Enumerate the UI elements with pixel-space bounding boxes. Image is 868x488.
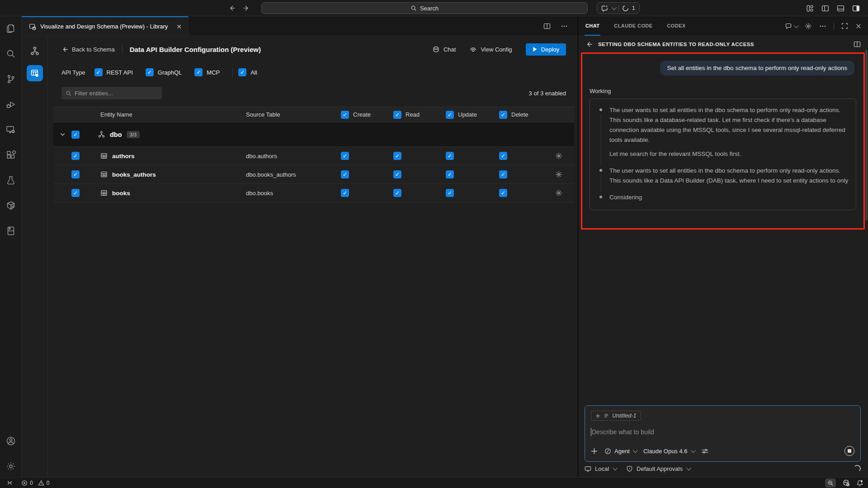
graphql-checkbox[interactable] — [146, 68, 154, 76]
new-chat-icon[interactable] — [785, 23, 797, 30]
update-all-checkbox[interactable] — [446, 111, 454, 119]
rest-api-checkbox[interactable] — [94, 68, 103, 76]
chat-button[interactable]: Chat — [432, 46, 456, 53]
books-authors-read-checkbox[interactable] — [393, 170, 401, 178]
stop-button[interactable] — [844, 446, 854, 456]
environment-picker[interactable]: Local — [585, 465, 616, 472]
deploy-button[interactable]: Deploy — [526, 43, 566, 56]
books-checkbox[interactable] — [71, 189, 80, 197]
authors-create-checkbox[interactable] — [341, 152, 349, 160]
entity-row-books[interactable]: books dbo.books — [53, 184, 574, 202]
books-authors-checkbox[interactable] — [71, 170, 80, 178]
search-sidebar-icon[interactable] — [5, 48, 16, 59]
chat-settings-gear-icon[interactable] — [805, 23, 812, 30]
settings-gear-icon[interactable] — [5, 461, 16, 472]
schema-designer-icon[interactable] — [30, 46, 40, 56]
editor-more-actions-icon[interactable] — [561, 23, 568, 30]
filter-entities-box[interactable] — [61, 87, 162, 99]
books-settings-icon[interactable] — [543, 189, 574, 197]
maximize-panel-icon[interactable] — [841, 23, 848, 29]
mode-picker[interactable]: Agent — [604, 448, 637, 455]
attach-context-icon[interactable] — [591, 448, 598, 455]
approvals-label: Default Approvals — [637, 465, 683, 472]
command-center-search[interactable]: Search — [261, 2, 588, 14]
zoom-status-button[interactable] — [825, 479, 836, 488]
copilot-status-icon[interactable] — [842, 479, 850, 487]
split-editor-icon[interactable] — [543, 23, 551, 30]
create-all-checkbox[interactable] — [341, 111, 349, 119]
view-config-button[interactable]: View Config — [469, 46, 512, 53]
api-option-graphql[interactable]: GraphQL — [146, 68, 182, 76]
toggle-sidebar-right-icon[interactable] — [852, 5, 860, 12]
tab-codex[interactable]: CODEX — [666, 16, 686, 36]
delete-all-checkbox[interactable] — [499, 111, 507, 119]
model-picker[interactable]: Claude Opus 4.6 — [643, 448, 694, 455]
chat-input-placeholder[interactable]: Describe what to build — [592, 428, 654, 436]
api-option-rest[interactable]: REST API — [94, 68, 133, 76]
books-read-checkbox[interactable] — [393, 189, 401, 197]
tab-visualize-design-schema[interactable]: Visualize and Design Schema (Preview) - … — [22, 16, 189, 36]
authors-settings-icon[interactable] — [543, 152, 574, 160]
thinking-text: Let me search for the relevant MSSQL too… — [609, 149, 849, 159]
books-authors-update-checkbox[interactable] — [446, 170, 454, 178]
progress-ring-icon — [622, 5, 629, 12]
entity-name: books — [112, 190, 130, 197]
header-update: Update — [458, 111, 477, 118]
context-chip[interactable]: Untitled-1 — [591, 411, 641, 421]
model-label: Claude Opus 4.6 — [643, 448, 688, 455]
authors-delete-checkbox[interactable] — [499, 152, 507, 160]
toggle-sidebar-left-icon[interactable] — [821, 5, 829, 12]
collapse-chevron-icon[interactable] — [53, 131, 71, 137]
mcp-checkbox[interactable] — [194, 68, 203, 76]
problems-indicator[interactable]: 0 0 — [21, 480, 49, 486]
toggle-panel-bottom-icon[interactable] — [837, 5, 844, 12]
api-option-all[interactable]: All — [238, 68, 257, 76]
nav-back-icon[interactable] — [228, 5, 236, 12]
run-debug-icon[interactable] — [5, 99, 16, 110]
chat-input-box[interactable]: Untitled-1 Describe what to build Agent … — [585, 405, 861, 462]
nav-forward-icon[interactable] — [243, 5, 250, 12]
source-control-icon[interactable] — [5, 74, 16, 84]
remote-explorer-icon[interactable] — [5, 124, 16, 135]
open-chat-in-editor-icon[interactable] — [854, 41, 861, 48]
api-option-mcp[interactable]: MCP — [194, 68, 220, 76]
authors-read-checkbox[interactable] — [393, 152, 401, 160]
approvals-picker[interactable]: Default Approvals — [626, 465, 690, 472]
tab-chat[interactable]: CHAT — [585, 16, 600, 36]
dab-config-button[interactable] — [27, 65, 43, 81]
extensions-icon[interactable] — [5, 150, 16, 160]
containers-icon[interactable] — [5, 200, 16, 211]
mcp-label: MCP — [207, 69, 220, 76]
explorer-icon[interactable] — [5, 23, 16, 34]
tools-settings-icon[interactable] — [701, 447, 709, 455]
entity-row-books-authors[interactable]: books_authors dbo.books_authors — [53, 165, 574, 184]
read-all-checkbox[interactable] — [393, 111, 401, 119]
entity-row-authors[interactable]: authors dbo.authors — [53, 147, 574, 165]
all-checkbox[interactable] — [238, 68, 246, 76]
books-authors-create-checkbox[interactable] — [341, 170, 349, 178]
tab-claude-code[interactable]: CLAUDE CODE — [613, 16, 653, 36]
authors-checkbox[interactable] — [71, 152, 80, 160]
books-delete-checkbox[interactable] — [499, 189, 507, 197]
copilot-menu[interactable]: 1 — [597, 2, 640, 14]
authors-update-checkbox[interactable] — [446, 152, 454, 160]
dbo-group-checkbox[interactable] — [71, 131, 80, 139]
chat-more-actions-icon[interactable] — [819, 23, 826, 30]
tab-close-icon[interactable]: ✕ — [176, 23, 182, 30]
books-create-checkbox[interactable] — [341, 189, 349, 197]
database-projects-icon[interactable] — [5, 225, 16, 236]
filter-entities-input[interactable] — [75, 90, 151, 97]
chat-back-icon[interactable] — [585, 41, 593, 48]
accounts-icon[interactable] — [5, 436, 16, 446]
customize-layout-icon[interactable] — [806, 5, 814, 12]
books-update-checkbox[interactable] — [446, 189, 454, 197]
books-authors-delete-checkbox[interactable] — [499, 170, 507, 178]
back-to-schema-button[interactable]: Back to Schema — [61, 46, 115, 53]
remote-indicator-icon[interactable] — [6, 479, 13, 486]
books-authors-settings-icon[interactable] — [543, 171, 574, 178]
testing-icon[interactable] — [5, 175, 16, 186]
chat-scrollbar[interactable] — [865, 50, 868, 221]
notifications-bell-icon[interactable] — [856, 479, 863, 487]
schema-group-row[interactable]: dbo 3/3 — [53, 122, 574, 147]
close-panel-icon[interactable] — [855, 23, 862, 29]
